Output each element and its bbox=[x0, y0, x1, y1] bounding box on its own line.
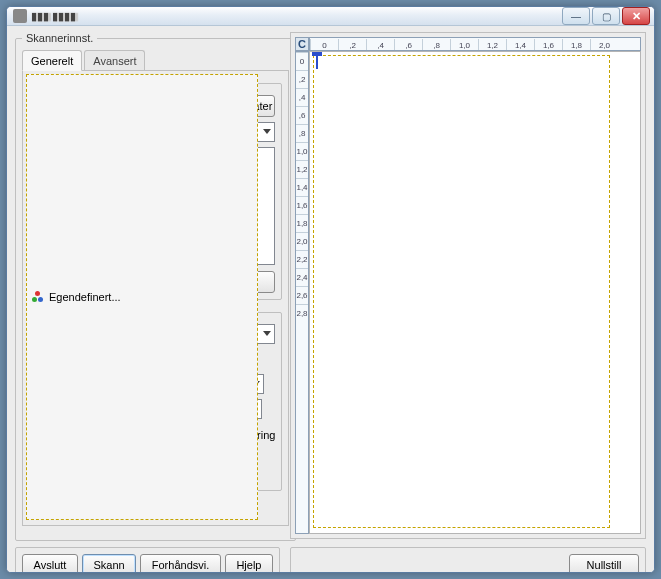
scan-purpose-list[interactable]: Rediger tekst (OCR) Fakse, arkivere elle… bbox=[36, 147, 275, 265]
exit-button[interactable]: Avslutt bbox=[22, 554, 78, 573]
settings-tabs: Generelt Avansert bbox=[22, 50, 289, 71]
window-title: ▮▮▮ ▮▮▮▮ bbox=[31, 10, 562, 23]
preview-canvas[interactable] bbox=[309, 51, 641, 534]
titlebar[interactable]: ▮▮▮ ▮▮▮▮ — ▢ ✕ bbox=[7, 7, 654, 26]
dialog-window: ▮▮▮ ▮▮▮▮ — ▢ ✕ Skannerinnst. Generelt Av… bbox=[6, 6, 655, 573]
preview-button[interactable]: Forhåndsvi. bbox=[140, 554, 221, 573]
reset-button[interactable]: Nullstill bbox=[569, 554, 639, 573]
help-button[interactable]: Hjelp bbox=[225, 554, 273, 573]
minimize-button[interactable]: — bbox=[562, 7, 590, 25]
reset-row: Nullstill bbox=[290, 547, 646, 573]
scanner-settings-group: Skannerinnst. Generelt Avansert Skann si… bbox=[15, 32, 296, 541]
right-column: C 0,2,4,6,81,01,21,41,61,82,0 0,2,4,6,81… bbox=[290, 32, 646, 573]
bottom-button-row: Avslutt Skann Forhåndsvi. Hjelp bbox=[15, 547, 280, 573]
app-icon bbox=[13, 9, 27, 23]
list-item[interactable]: Egendefinert... bbox=[36, 147, 258, 265]
preview-area: C 0,2,4,6,81,01,21,41,61,82,0 0,2,4,6,81… bbox=[290, 32, 646, 539]
scanfor-group: Skann side for Skanner: ▮▮▮▮ Oppdater Or… bbox=[29, 77, 282, 300]
tab-advanced[interactable]: Avansert bbox=[84, 50, 145, 71]
tabbody-general: Skann side for Skanner: ▮▮▮▮ Oppdater Or… bbox=[22, 70, 289, 526]
tab-general[interactable]: Generelt bbox=[22, 50, 82, 71]
ruler-horizontal: 0,2,4,6,81,01,21,41,61,82,0 bbox=[309, 37, 641, 51]
left-column: Skannerinnst. Generelt Avansert Skann si… bbox=[15, 32, 280, 573]
scan-button[interactable]: Skann bbox=[82, 554, 136, 573]
close-button[interactable]: ✕ bbox=[622, 7, 650, 25]
selection-marquee[interactable] bbox=[313, 55, 610, 528]
ruler-vertical: 0,2,4,6,81,01,21,41,61,82,02,22,42,62,8 bbox=[295, 51, 309, 534]
ruler-corner-icon: C bbox=[295, 37, 309, 51]
preview-cursor-icon bbox=[316, 55, 318, 69]
maximize-button[interactable]: ▢ bbox=[592, 7, 620, 25]
client-area: Skannerinnst. Generelt Avansert Skann si… bbox=[7, 26, 654, 573]
scanner-settings-legend: Skannerinnst. bbox=[22, 32, 97, 44]
